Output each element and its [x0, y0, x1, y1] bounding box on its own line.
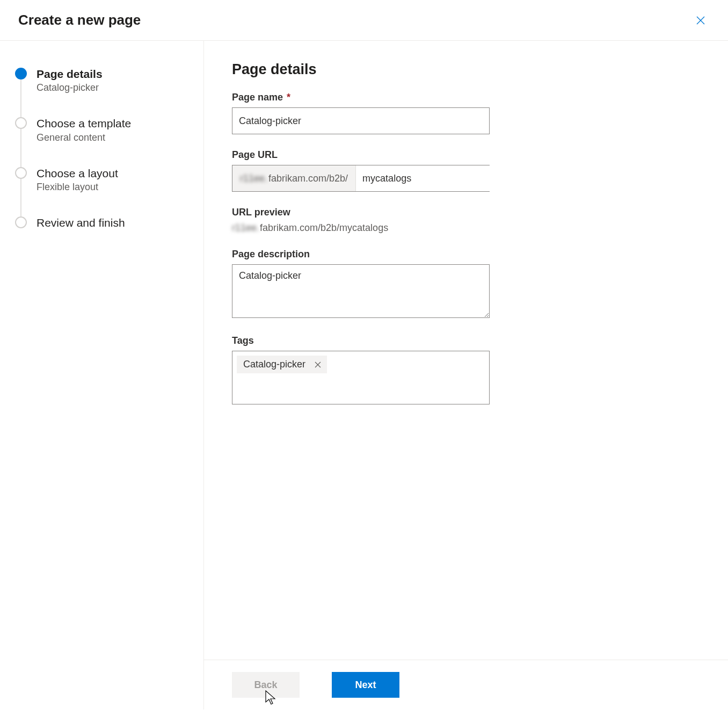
- tag-chip: Catalog-picker: [237, 356, 327, 373]
- step-marker-icon: [15, 167, 27, 179]
- step-subtitle: Catalog-picker: [37, 82, 103, 93]
- page-url-input[interactable]: [356, 165, 493, 191]
- page-description-input[interactable]: [232, 264, 490, 318]
- step-marker-icon: [15, 117, 27, 129]
- step-title: Page details: [37, 67, 103, 81]
- page-url-field: r11ee.fabrikam.com/b2b/: [232, 165, 490, 192]
- tag-remove-button[interactable]: [313, 360, 323, 370]
- url-preview-value: r11ee.fabrikam.com/b2b/mycatalogs: [232, 222, 700, 234]
- step-title: Choose a layout: [37, 166, 118, 180]
- step-subtitle: Flexible layout: [37, 182, 118, 193]
- step-choose-template[interactable]: Choose a template General content: [15, 116, 193, 165]
- close-button[interactable]: [695, 15, 707, 26]
- step-title: Choose a template: [37, 116, 131, 131]
- dialog-title: Create a new page: [18, 12, 141, 28]
- step-choose-layout[interactable]: Choose a layout Flexible layout: [15, 166, 193, 215]
- step-title: Review and finish: [37, 215, 125, 230]
- page-name-input[interactable]: [232, 107, 490, 134]
- close-icon: [695, 15, 706, 26]
- close-icon: [315, 361, 321, 368]
- tags-input[interactable]: Catalog-picker: [232, 351, 490, 404]
- step-marker-icon: [15, 216, 27, 228]
- page-heading: Page details: [232, 61, 700, 78]
- page-name-label: Page name *: [232, 92, 700, 103]
- page-url-label: Page URL: [232, 149, 700, 161]
- wizard-steps: Page details Catalog-picker Choose a tem…: [0, 41, 204, 710]
- url-preview-label: URL preview: [232, 207, 700, 218]
- step-subtitle: General content: [37, 132, 131, 143]
- page-description-label: Page description: [232, 249, 700, 260]
- page-url-prefix: r11ee.fabrikam.com/b2b/: [232, 165, 356, 191]
- next-button[interactable]: Next: [332, 672, 399, 698]
- step-marker-icon: [15, 68, 27, 79]
- tag-label: Catalog-picker: [243, 359, 305, 370]
- wizard-footer: Back Next: [204, 660, 728, 710]
- tags-label: Tags: [232, 335, 700, 346]
- back-button[interactable]: Back: [232, 672, 300, 698]
- step-page-details[interactable]: Page details Catalog-picker: [15, 67, 193, 116]
- step-review-finish[interactable]: Review and finish: [15, 215, 193, 252]
